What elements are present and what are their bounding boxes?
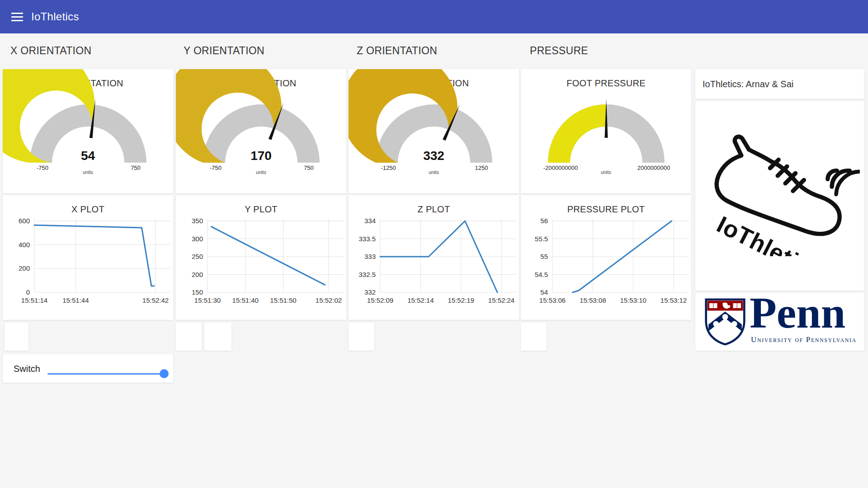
svg-text:55.5: 55.5 <box>535 235 548 243</box>
spacer-card <box>5 323 28 351</box>
svg-text:400: 400 <box>19 241 30 249</box>
switch-card: Switch <box>3 354 173 383</box>
svg-text:0: 0 <box>26 288 30 296</box>
svg-text:55: 55 <box>540 253 548 260</box>
gauge-units-label: units <box>521 169 691 175</box>
gauge-card-y-orientation: Y ORIENTATION 170 -750 750 units <box>176 69 346 193</box>
svg-text:333.5: 333.5 <box>359 235 376 243</box>
switch-label: Switch <box>14 364 40 374</box>
section-header-z-orientation: Z ORIENTATION <box>357 45 437 57</box>
svg-text:15:52:09: 15:52:09 <box>367 296 393 304</box>
app-title: IoThletics <box>31 10 79 23</box>
svg-text:15:53:12: 15:53:12 <box>660 296 687 304</box>
gauge-value: 54 <box>3 149 173 163</box>
svg-text:15:53:08: 15:53:08 <box>580 296 606 304</box>
gauge-units-label: units <box>3 169 173 175</box>
gauge-card-z-orientation: Z ORIENTATION 332 -1250 1250 units <box>349 69 519 193</box>
svg-text:250: 250 <box>192 253 203 260</box>
line-chart-pressure: 5454.55555.55615:53:0615:53:0815:53:1015… <box>521 195 691 320</box>
sneaker-logo-icon: IoThletics <box>699 129 860 256</box>
menu-icon[interactable] <box>11 13 23 21</box>
line-chart-x: 020040060015:51:1415:51:4415:52:42 <box>3 195 173 320</box>
team-title-card: IoThletics: Arnav & Sai <box>695 69 864 99</box>
svg-text:300: 300 <box>192 235 203 243</box>
svg-text:150: 150 <box>192 288 203 296</box>
navbar: IoThletics <box>0 0 868 33</box>
svg-text:600: 600 <box>19 217 30 225</box>
svg-text:334: 334 <box>364 217 376 225</box>
plot-card-z: Z PLOT 332332.5333333.533415:52:0915:52:… <box>349 195 519 320</box>
gauge-value: 332 <box>349 149 519 163</box>
line-chart-y: 15020025030035015:51:3015:51:4015:51:501… <box>176 195 346 320</box>
svg-text:15:51:14: 15:51:14 <box>21 296 47 304</box>
switch-slider-knob[interactable] <box>160 369 169 378</box>
spacer-card <box>521 323 547 351</box>
penn-subtitle: University of Pennsylvania <box>751 335 857 344</box>
svg-text:54.5: 54.5 <box>535 271 548 278</box>
gauge-card-x-orientation: X ORIENTATION 54 -750 750 units <box>3 69 173 193</box>
spacer-card <box>204 323 231 351</box>
section-header-x-orientation: X ORIENTATION <box>10 45 91 57</box>
svg-text:15:53:06: 15:53:06 <box>539 296 566 304</box>
svg-text:15:52:02: 15:52:02 <box>316 296 342 304</box>
svg-text:15:52:14: 15:52:14 <box>407 296 434 304</box>
penn-wordmark: Penn <box>750 287 845 338</box>
plot-card-pressure: PRESSURE PLOT 5454.55555.55615:53:0615:5… <box>521 195 691 320</box>
team-title: IoThletics: Arnav & Sai <box>703 79 793 89</box>
svg-text:15:52:19: 15:52:19 <box>448 296 474 304</box>
svg-text:15:51:50: 15:51:50 <box>270 296 296 304</box>
gauge-card-foot-pressure: FOOT PRESSURE -2000000000 2000000000 uni… <box>521 69 691 193</box>
line-chart-z: 332332.5333333.533415:52:0915:52:1415:52… <box>349 195 519 320</box>
gauge-units-label: units <box>349 169 519 175</box>
svg-text:54: 54 <box>540 288 548 296</box>
svg-text:56: 56 <box>540 217 548 225</box>
switch-slider-track[interactable] <box>47 373 165 375</box>
svg-text:15:53:10: 15:53:10 <box>620 296 646 304</box>
penn-shield-icon <box>704 298 746 346</box>
penn-logo-card: Penn University of Pennsylvania <box>695 293 864 351</box>
plot-card-x: X PLOT 020040060015:51:1415:51:4415:52:4… <box>3 195 173 320</box>
svg-text:15:51:30: 15:51:30 <box>194 296 221 304</box>
gauge-value: 170 <box>176 149 346 163</box>
section-header-pressure: PRESSURE <box>530 45 588 57</box>
svg-text:350: 350 <box>192 217 203 225</box>
svg-text:15:52:24: 15:52:24 <box>488 296 514 304</box>
svg-text:200: 200 <box>192 271 203 278</box>
dashboard: IoThletics X ORIENTATION Y ORIENTATION Z… <box>0 0 868 488</box>
spacer-card <box>176 323 202 351</box>
gauge-units-label: units <box>176 169 346 175</box>
svg-text:333: 333 <box>364 253 376 260</box>
svg-text:332: 332 <box>364 288 376 296</box>
spacer-card <box>349 323 374 351</box>
svg-text:332.5: 332.5 <box>359 271 376 278</box>
logo-card: IoThletics <box>695 101 864 291</box>
svg-text:15:51:40: 15:51:40 <box>232 296 259 304</box>
svg-text:200: 200 <box>19 264 30 272</box>
svg-text:15:51:44: 15:51:44 <box>62 296 89 304</box>
svg-text:15:52:42: 15:52:42 <box>142 296 169 304</box>
section-header-y-orientation: Y ORIENTATION <box>184 45 264 57</box>
plot-card-y: Y PLOT 15020025030035015:51:3015:51:4015… <box>176 195 346 320</box>
